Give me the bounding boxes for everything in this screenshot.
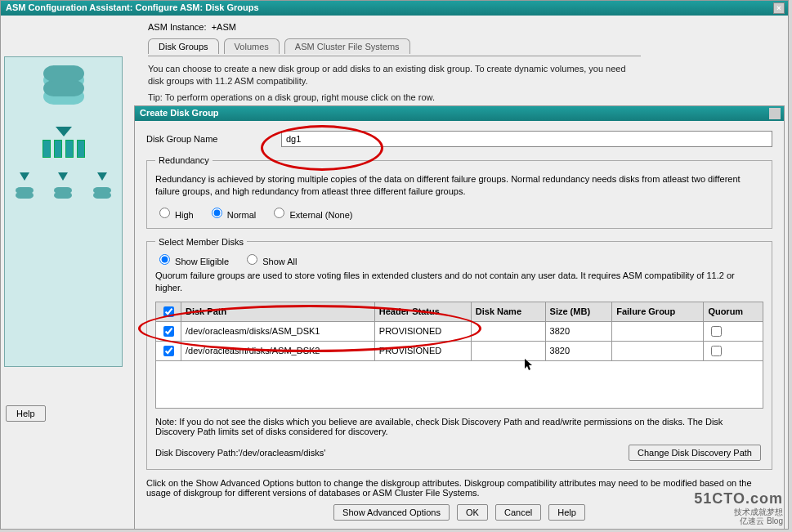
close-icon[interactable]: × [773, 2, 785, 14]
select-member-disks-fieldset: Select Member Disks Show Eligible Show A… [146, 237, 772, 470]
redundancy-legend: Redundancy [155, 155, 213, 165]
watermark: 51CTO.com 技术成就梦想 亿速云 Blog [694, 491, 783, 525]
quorum-desc: Quorum failure groups are used to store … [155, 270, 763, 295]
table-row[interactable]: /dev/oracleasm/disks/ASM_DSK1 PROVISIONE… [156, 321, 763, 341]
col-disk-name[interactable]: Disk Name [471, 302, 545, 321]
cancel-button[interactable]: Cancel [495, 504, 541, 521]
cell-disk-name [471, 321, 545, 341]
footer-note: Click on the Show Advanced Options butto… [146, 478, 772, 498]
disk-group-name-label: Disk Group Name [146, 134, 281, 144]
change-discovery-path-button[interactable]: Change Disk Discovery Path [629, 445, 761, 461]
col-size[interactable]: Size (MB) [545, 302, 612, 321]
cell-header-status: PROVISIONED [374, 341, 471, 360]
redundancy-desc: Redundancy is achieved by storing multip… [155, 173, 763, 199]
dialog-help-button[interactable]: Help [548, 504, 585, 521]
table-header-row: Disk Path Header Status Disk Name Size (… [156, 302, 763, 321]
disk-group-name-input[interactable] [281, 131, 772, 147]
show-advanced-options-button[interactable]: Show Advanced Options [333, 504, 450, 521]
window-titlebar: ASM Configuration Assistant: Configure A… [1, 1, 788, 16]
asm-instance-label: ASM Instance: [148, 22, 207, 32]
tab-volumes[interactable]: Volumes [224, 38, 280, 54]
col-failure-group[interactable]: Failure Group [612, 302, 704, 321]
mouse-cursor-icon [525, 359, 535, 372]
discovery-path-label: Disk Discovery Path:'/dev/oracleasm/disk… [155, 448, 325, 458]
intro-text-1: You can choose to create a new disk grou… [148, 63, 641, 88]
discovery-note: Note: If you do not see the disks which … [155, 417, 763, 436]
radio-external[interactable]: External (None) [270, 210, 352, 220]
cell-header-status: PROVISIONED [374, 321, 471, 341]
dialog-title: Create Disk Group [140, 108, 219, 118]
asm-instance-value: +ASM [212, 22, 236, 32]
cell-disk-path: /dev/oracleasm/disks/ASM_DSK2 [181, 341, 375, 360]
ok-button[interactable]: OK [457, 504, 488, 521]
create-disk-group-dialog: Create Disk Group Disk Group Name Redund… [134, 105, 785, 530]
cell-disk-path: /dev/oracleasm/disks/ASM_DSK1 [181, 321, 375, 341]
cell-failure-group [612, 341, 704, 360]
cell-size: 3820 [545, 341, 612, 360]
radio-show-eligible[interactable]: Show Eligible [155, 257, 229, 266]
row-checkbox[interactable] [163, 326, 174, 337]
table-row[interactable]: /dev/oracleasm/disks/ASM_DSK2 PROVISIONE… [156, 341, 763, 360]
tab-disk-groups[interactable]: Disk Groups [148, 38, 219, 54]
col-header-status[interactable]: Header Status [374, 302, 471, 321]
col-disk-path[interactable]: Disk Path [181, 302, 375, 321]
dialog-close-icon[interactable] [769, 108, 781, 119]
row-checkbox[interactable] [163, 346, 174, 356]
member-disks-legend: Select Member Disks [155, 237, 247, 247]
col-quorum[interactable]: Quorum [704, 302, 763, 321]
help-button[interactable]: Help [6, 405, 46, 422]
cell-failure-group [612, 321, 704, 341]
radio-normal[interactable]: Normal [208, 210, 257, 220]
radio-high[interactable]: High [155, 210, 194, 220]
redundancy-fieldset: Redundancy Redundancy is achieved by sto… [146, 155, 772, 229]
disks-table: Disk Path Header Status Disk Name Size (… [155, 302, 763, 361]
radio-show-all[interactable]: Show All [243, 257, 297, 266]
quorum-checkbox[interactable] [711, 326, 722, 337]
cell-disk-name [471, 341, 545, 360]
intro-text-2: Tip: To perform operations on a disk gro… [148, 92, 641, 104]
tabs-bar: Disk Groups Volumes ASM Cluster File Sys… [148, 38, 641, 56]
tab-asm-cfs[interactable]: ASM Cluster File Systems [284, 38, 410, 54]
wizard-graphic-panel [4, 56, 123, 367]
col-select-all[interactable] [156, 302, 181, 321]
table-empty-area [155, 361, 763, 409]
window-title: ASM Configuration Assistant: Configure A… [6, 2, 259, 12]
cell-size: 3820 [545, 321, 612, 341]
quorum-checkbox[interactable] [711, 346, 722, 356]
